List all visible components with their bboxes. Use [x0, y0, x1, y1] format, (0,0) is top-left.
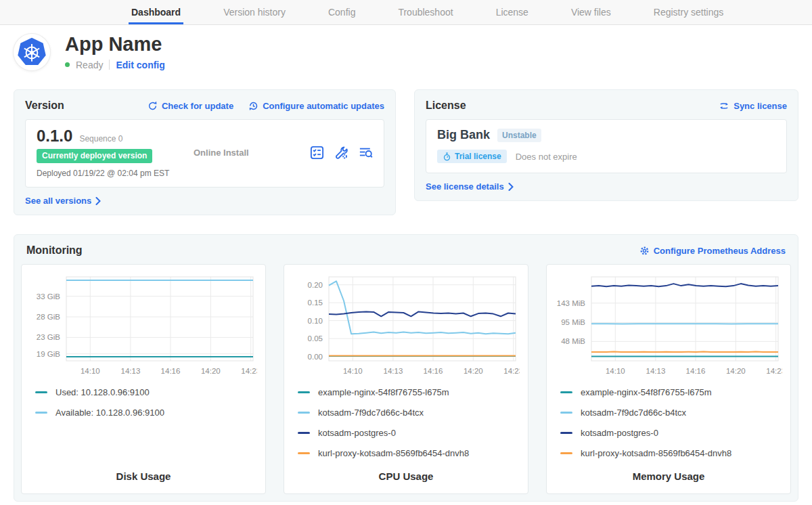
legend-item: Available: 10.128.0.96:9100 — [35, 408, 257, 418]
legend-label: kurl-proxy-kotsadm-8569fb6454-dnvh8 — [581, 448, 731, 458]
status-dot — [65, 62, 70, 67]
x-axis-tick: 14:20 — [726, 367, 746, 375]
stopwatch-icon — [443, 152, 451, 161]
page-title: App Name — [65, 34, 165, 54]
x-axis-tick: 14:13 — [121, 367, 141, 375]
legend-swatch — [560, 391, 572, 393]
legend-swatch — [35, 391, 47, 393]
legend-item: kotsadm-7f9dc7d66c-b4tcx — [298, 408, 520, 418]
legend-label: example-nginx-54f8f76755-l675m — [318, 387, 449, 397]
license-card-title: License — [426, 100, 466, 112]
legend-item: example-nginx-54f8f76755-l675m — [298, 387, 520, 397]
version-number: 0.1.0 — [37, 127, 72, 145]
y-axis-tick: 0.10 — [308, 317, 323, 325]
preflight-checks-icon[interactable] — [310, 146, 324, 160]
legend-swatch — [560, 432, 572, 434]
channel-badge: Unstable — [497, 129, 541, 142]
x-axis-tick: 14:16 — [161, 367, 181, 375]
legend-item: kotsadm-7f9dc7d66c-b4tcx — [560, 408, 782, 418]
legend-label: kotsadm-postgres-0 — [318, 428, 396, 438]
top-nav: Dashboard Version history Config Trouble… — [0, 0, 812, 25]
deploy-logs-icon[interactable] — [359, 146, 373, 160]
edit-config-link[interactable]: Edit config — [116, 60, 164, 70]
y-axis-tick: 0.00 — [308, 353, 323, 361]
x-axis-tick: 14:23 — [766, 367, 782, 375]
legend-label: Used: 10.128.0.96:9100 — [55, 387, 150, 397]
tab-license[interactable]: License — [493, 0, 531, 24]
legend-label: kotsadm-postgres-0 — [581, 428, 658, 438]
legend-label: Available: 10.128.0.96:9100 — [55, 408, 164, 418]
license-details-box: Big Bank Unstable Trial license Does not… — [426, 119, 787, 173]
series-line — [329, 312, 516, 317]
install-type-label: Online Install — [194, 148, 249, 158]
check-for-update-link[interactable]: Check for update — [148, 101, 233, 111]
legend-swatch — [560, 412, 572, 414]
tab-config[interactable]: Config — [325, 0, 358, 24]
x-axis-tick: 14:10 — [606, 367, 625, 375]
x-axis-tick: 14:16 — [686, 367, 706, 375]
license-expiry: Does not expire — [516, 152, 577, 162]
app-status: Ready — [76, 60, 103, 70]
y-axis-tick: 95 MiB — [561, 319, 585, 327]
x-axis-tick: 14:23 — [241, 367, 257, 375]
chart-plot: 0.200.150.100.050.0014:1014:1314:1614:20… — [292, 271, 520, 378]
disk-usage-chart: 33 GiB28 GiB23 GiB19 GiB14:1014:1314:161… — [21, 264, 266, 494]
x-axis-tick: 14:13 — [384, 367, 403, 375]
chart-legend: Used: 10.128.0.96:9100Available: 10.128.… — [30, 387, 257, 418]
configure-prometheus-link[interactable]: Configure Prometheus Address — [639, 246, 786, 256]
schedule-icon — [248, 101, 258, 111]
refresh-icon — [148, 101, 158, 111]
current-version-box: 0.1.0 Sequence 0 Currently deployed vers… — [25, 119, 384, 188]
configure-automatic-updates-link[interactable]: Configure automatic updates — [248, 101, 384, 111]
cpu-usage-chart: 0.200.150.100.050.0014:1014:1314:1614:20… — [284, 264, 528, 494]
legend-swatch — [298, 432, 310, 434]
sync-license-link[interactable]: Sync license — [719, 101, 787, 111]
monitoring-section: Monitoring Configure Prometheus Address … — [14, 234, 798, 502]
version-card: Version Check for update — [14, 89, 396, 215]
sync-arrows-icon — [719, 101, 729, 111]
y-axis-tick: 0.15 — [308, 299, 323, 307]
x-axis-tick: 14:13 — [646, 367, 666, 375]
chevron-right-icon — [95, 197, 101, 205]
see-license-details-link[interactable]: See license details — [426, 181, 514, 192]
series-line — [591, 284, 778, 286]
gear-icon — [639, 246, 650, 256]
legend-label: kotsadm-7f9dc7d66c-b4tcx — [581, 408, 686, 418]
legend-item: kotsadm-postgres-0 — [298, 428, 520, 438]
kubernetes-icon — [16, 37, 47, 68]
license-type-badge: Trial license — [437, 150, 507, 163]
legend-swatch — [298, 452, 310, 454]
tab-version-history[interactable]: Version history — [221, 0, 288, 24]
chart-title: Memory Usage — [555, 470, 782, 485]
memory-usage-chart: 143 MiB95 MiB48 MiB14:1014:1314:1614:201… — [546, 264, 791, 494]
tab-troubleshoot[interactable]: Troubleshoot — [395, 0, 455, 24]
y-axis-tick: 19 GiB — [37, 350, 60, 358]
y-axis-tick: 28 GiB — [37, 313, 60, 321]
legend-item: Used: 10.128.0.96:9100 — [35, 387, 257, 397]
deployed-timestamp: Deployed 01/19/22 @ 02:04 pm EST — [37, 169, 194, 178]
tab-dashboard[interactable]: Dashboard — [129, 0, 183, 24]
tab-registry-settings[interactable]: Registry settings — [651, 0, 726, 24]
y-axis-tick: 143 MiB — [557, 299, 586, 307]
chart-plot: 143 MiB95 MiB48 MiB14:1014:1314:1614:201… — [555, 271, 782, 378]
x-axis-tick: 14:10 — [81, 367, 100, 375]
license-customer-name: Big Bank — [437, 128, 490, 142]
legend-swatch — [560, 452, 572, 454]
chart-plot: 33 GiB28 GiB23 GiB19 GiB14:1014:1314:161… — [30, 271, 257, 378]
tab-view-files[interactable]: View files — [568, 0, 614, 24]
chart-title: Disk Usage — [30, 470, 257, 485]
see-all-versions-link[interactable]: See all versions — [25, 196, 101, 206]
legend-swatch — [298, 391, 310, 393]
chart-title: CPU Usage — [292, 470, 520, 485]
legend-label: kotsadm-7f9dc7d66c-b4tcx — [318, 408, 424, 418]
license-card: License Sync license Big Bank Unstable — [414, 89, 798, 201]
x-axis-tick: 14:20 — [464, 367, 483, 375]
legend-item: kurl-proxy-kotsadm-8569fb6454-dnvh8 — [560, 448, 782, 458]
legend-swatch — [35, 412, 47, 414]
legend-item: example-nginx-54f8f76755-l675m — [560, 387, 782, 397]
chart-legend: example-nginx-54f8f76755-l675mkotsadm-7f… — [555, 387, 782, 458]
config-wrench-icon[interactable] — [334, 146, 348, 160]
app-logo — [14, 34, 50, 70]
legend-label: example-nginx-54f8f76755-l675m — [581, 387, 712, 397]
monitoring-title: Monitoring — [26, 244, 83, 257]
